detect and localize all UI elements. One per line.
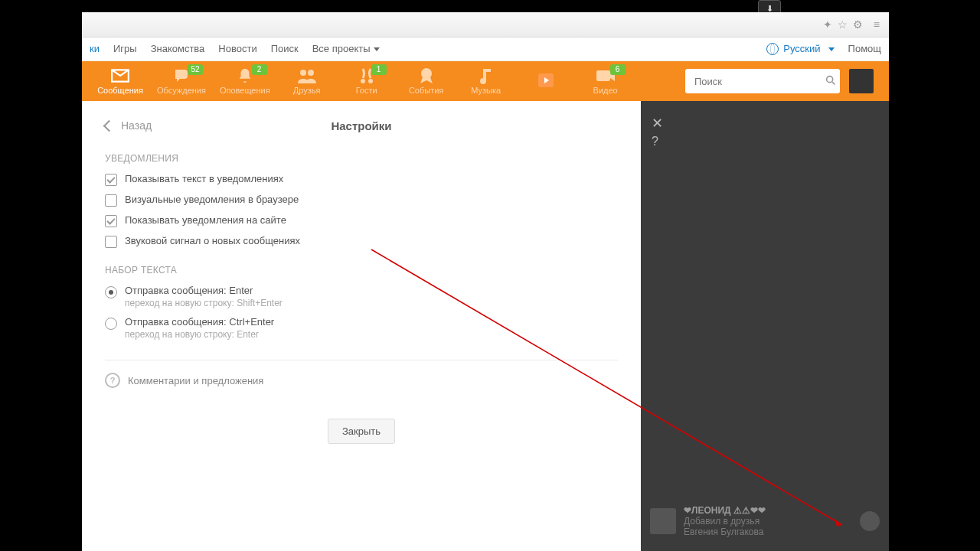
side-panel: ✕ ? ❤ЛЕОНИД ⚠⚠❤❤ Добавил в друзья Евгени… bbox=[641, 101, 889, 551]
radio-label: Отправка сообщения: Ctrl+Enter bbox=[125, 316, 274, 328]
close-icon[interactable]: ✕ bbox=[652, 115, 663, 132]
feedback-label: Комментарии и предложения bbox=[128, 375, 263, 386]
nav-item-search[interactable]: Поиск bbox=[271, 37, 299, 60]
nav-item-games[interactable]: Игры bbox=[113, 37, 137, 60]
search-icon[interactable] bbox=[825, 74, 837, 89]
radio-1[interactable] bbox=[105, 318, 117, 330]
tab-label: Обсуждения bbox=[157, 86, 206, 95]
tab-video[interactable]: 6Видео bbox=[583, 67, 629, 95]
tab-label: Гости bbox=[356, 86, 377, 95]
feed-user-name: ❤ЛЕОНИД ⚠⚠❤❤ bbox=[684, 505, 852, 516]
svg-point-2 bbox=[361, 79, 365, 83]
music-icon bbox=[475, 67, 497, 84]
svg-rect-6 bbox=[596, 70, 610, 81]
feed-action: Добавил в друзья bbox=[684, 516, 852, 527]
browser-chrome: ✦ ☆ ⚙ ≡ bbox=[82, 12, 889, 37]
activity-feed-item[interactable]: ❤ЛЕОНИД ⚠⚠❤❤ Добавил в друзья Евгения Бу… bbox=[641, 497, 889, 545]
friends-icon bbox=[296, 67, 318, 84]
svg-point-1 bbox=[308, 70, 314, 76]
globe-icon bbox=[766, 43, 779, 55]
checkbox-1[interactable] bbox=[105, 194, 117, 207]
settings-panel: Назад Настройки УВЕДОМЛЕНИЯ Показывать т… bbox=[82, 101, 641, 551]
tab-label: Друзья bbox=[293, 86, 321, 95]
svg-point-7 bbox=[827, 76, 833, 82]
tab-guests[interactable]: 1Гости bbox=[344, 67, 390, 95]
close-button[interactable]: Закрыть bbox=[328, 419, 395, 444]
divider bbox=[105, 360, 618, 360]
svg-point-4 bbox=[421, 68, 432, 79]
feed-target-avatar bbox=[860, 511, 880, 531]
checkbox-label: Показывать текст в уведомлениях bbox=[125, 173, 283, 184]
search-box[interactable] bbox=[685, 69, 840, 93]
question-icon: ? bbox=[105, 373, 120, 388]
tab-discussions[interactable]: 52Обсуждения bbox=[157, 67, 206, 95]
tab-label: Видео bbox=[593, 86, 618, 95]
checkbox-label: Показывать уведомления на сайте bbox=[125, 214, 286, 226]
messages-icon bbox=[109, 67, 131, 84]
tab-events[interactable]: События bbox=[403, 67, 449, 95]
tab-label: События bbox=[409, 86, 443, 95]
menu-icon[interactable]: ≡ bbox=[874, 18, 880, 31]
tab-music[interactable]: Музыка bbox=[463, 67, 509, 95]
nav-item-all-projects[interactable]: Все проекты bbox=[312, 37, 380, 60]
svg-point-0 bbox=[300, 70, 306, 76]
tab-friends[interactable]: Друзья bbox=[284, 67, 330, 95]
tab-label: Сообщения bbox=[97, 86, 143, 95]
feedback-row[interactable]: ? Комментарии и предложения bbox=[105, 373, 618, 388]
badge: 52 bbox=[188, 64, 203, 75]
star-icon[interactable]: ☆ bbox=[838, 18, 848, 31]
search-input[interactable] bbox=[693, 75, 825, 88]
badge: 1 bbox=[371, 64, 387, 75]
language-selector[interactable]: Русский bbox=[766, 37, 834, 60]
nav-help[interactable]: Помощ bbox=[848, 37, 881, 60]
nav-item-truncated[interactable]: ки bbox=[90, 37, 100, 60]
tab-messages[interactable]: Сообщения bbox=[97, 67, 143, 95]
checkbox-0[interactable] bbox=[105, 174, 117, 186]
main-toolbar: Сообщения52Обсуждения2ОповещенияДрузья1Г… bbox=[82, 61, 889, 101]
svg-point-3 bbox=[368, 79, 373, 83]
checkbox-3[interactable] bbox=[105, 236, 117, 248]
puzzle-icon[interactable]: ✦ bbox=[823, 18, 832, 31]
checkbox-2[interactable] bbox=[105, 215, 117, 227]
tab-notifications[interactable]: 2Оповещения bbox=[220, 67, 270, 95]
top-nav: ки Игры Знакомства Новости Поиск Все про… bbox=[82, 37, 889, 61]
section-typing: НАБОР ТЕКСТА bbox=[105, 265, 618, 276]
radio-label: Отправка сообщения: Enter bbox=[125, 285, 283, 296]
radio-0[interactable] bbox=[105, 286, 117, 298]
radio-sublabel: переход на новую строку: Shift+Enter bbox=[125, 298, 283, 308]
panel-title: Настройки bbox=[105, 119, 618, 132]
help-icon[interactable]: ? bbox=[652, 135, 658, 148]
user-avatar[interactable] bbox=[849, 69, 874, 93]
svg-line-8 bbox=[832, 82, 835, 84]
nav-item-news[interactable]: Новости bbox=[218, 37, 256, 60]
badge: 2 bbox=[252, 64, 267, 75]
tab-label: Музыка bbox=[471, 86, 501, 95]
badge: 6 bbox=[610, 64, 626, 75]
tab-play[interactable] bbox=[523, 72, 569, 90]
checkbox-label: Визуальные уведомления в браузере bbox=[125, 194, 299, 205]
tab-label: Оповещения bbox=[220, 86, 270, 95]
radio-sublabel: переход на новую строку: Enter bbox=[125, 329, 274, 340]
events-icon bbox=[416, 67, 437, 84]
gear-icon[interactable]: ⚙ bbox=[853, 18, 863, 31]
section-notifications: УВЕДОМЛЕНИЯ bbox=[105, 153, 618, 164]
feed-avatar bbox=[650, 508, 676, 534]
nav-item-dating[interactable]: Знакомства bbox=[151, 37, 205, 60]
checkbox-label: Звуковой сигнал о новых сообщениях bbox=[125, 235, 300, 246]
feed-target: Евгения Булгакова bbox=[684, 527, 852, 537]
play-icon bbox=[535, 72, 557, 89]
